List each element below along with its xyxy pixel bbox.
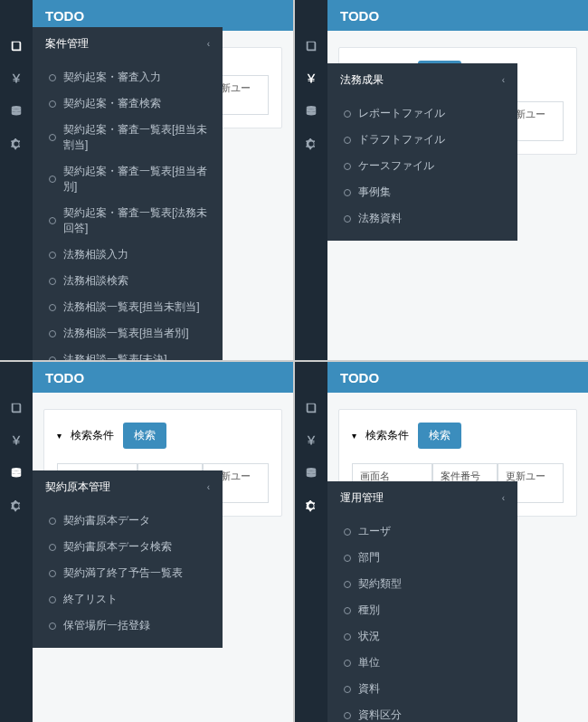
submenu: 案件管理‹契約起案・審査入力契約起案・審査検索契約起案・審査一覧表[担当未割当]… — [33, 27, 223, 360]
submenu-item-label: 事例集 — [358, 185, 391, 200]
gear-icon[interactable] — [10, 138, 23, 150]
sidebar-iconbar — [295, 0, 327, 360]
submenu-item[interactable]: 単位 — [327, 650, 517, 676]
database-icon[interactable] — [10, 105, 23, 118]
svg-point-2 — [12, 468, 22, 471]
submenu-item[interactable]: 法務相談一覧表[担当未割当] — [33, 294, 223, 320]
book-icon[interactable] — [305, 40, 318, 52]
submenu-title-label: 運用管理 — [340, 490, 384, 506]
submenu-title[interactable]: 契約原本管理‹ — [33, 470, 223, 504]
submenu-item-label: 契約満了終了予告一覧表 — [63, 565, 183, 581]
submenu-title-label: 案件管理 — [45, 36, 89, 52]
submenu-item-label: 法務相談入力 — [63, 247, 128, 262]
submenu-item[interactable]: 法務資料 — [327, 205, 517, 232]
database-icon[interactable] — [305, 467, 318, 480]
submenu-item[interactable]: 法務相談検索 — [33, 268, 223, 294]
submenu-item[interactable]: ケースファイル — [327, 153, 517, 179]
submenu-item[interactable]: 状況 — [327, 623, 517, 650]
submenu-list: 契約起案・審査入力契約起案・審査検索契約起案・審査一覧表[担当未割当]契約起案・… — [33, 61, 223, 360]
submenu-item-label: 終了リスト — [63, 592, 118, 607]
submenu-item-label: 契約起案・審査一覧表[法務未回答] — [63, 205, 210, 236]
submenu-item[interactable]: 契約書原本データ — [33, 508, 223, 534]
submenu-item[interactable]: ドラフトファイル — [327, 127, 517, 153]
gear-icon[interactable] — [305, 499, 318, 512]
chevron-down-icon[interactable]: ▾ — [57, 431, 62, 441]
yen-icon[interactable] — [305, 72, 318, 85]
yen-icon[interactable] — [10, 72, 23, 85]
submenu-item[interactable]: 契約起案・審査一覧表[担当者別] — [33, 158, 223, 200]
book-icon[interactable] — [305, 402, 318, 414]
submenu-item[interactable]: 契約類型 — [327, 571, 517, 597]
submenu-item[interactable]: 契約満了終了予告一覧表 — [33, 560, 223, 586]
submenu-list: 契約書原本データ契約書原本データ検索契約満了終了予告一覧表終了リスト保管場所一括… — [33, 504, 223, 648]
submenu-item-label: 単位 — [358, 655, 380, 670]
gear-icon[interactable] — [10, 499, 23, 512]
submenu-title-label: 契約原本管理 — [45, 480, 110, 495]
submenu-item[interactable]: 契約起案・審査検索 — [33, 90, 223, 117]
book-icon[interactable] — [10, 402, 23, 414]
database-icon[interactable] — [305, 105, 318, 118]
submenu-item[interactable]: 資料区分 — [327, 702, 517, 722]
submenu: 法務成果‹レポートファイルドラフトファイルケースファイル事例集法務資料 — [327, 63, 517, 241]
submenu-item[interactable]: 契約起案・審査一覧表[担当未割当] — [33, 117, 223, 158]
submenu-item-label: 法務相談一覧表[担当未割当] — [63, 299, 200, 315]
submenu-item[interactable]: ユーザ — [327, 518, 517, 545]
submenu-title[interactable]: 運用管理‹ — [327, 481, 517, 515]
search-button[interactable]: 検索 — [418, 423, 461, 449]
yen-icon[interactable] — [305, 434, 318, 447]
submenu: 契約原本管理‹契約書原本データ契約書原本データ検索契約満了終了予告一覧表終了リス… — [33, 470, 223, 648]
submenu-item[interactable]: 種別 — [327, 597, 517, 623]
submenu-item-label: 契約起案・審査検索 — [63, 96, 161, 111]
chevron-left-icon: ‹ — [207, 39, 210, 49]
submenu-item[interactable]: レポートファイル — [327, 100, 517, 127]
chevron-left-icon: ‹ — [207, 482, 210, 492]
submenu-title[interactable]: 法務成果‹ — [327, 63, 517, 97]
submenu-item-label: ユーザ — [358, 524, 391, 539]
sidebar-iconbar — [295, 362, 327, 722]
submenu-item[interactable]: 法務相談一覧表[担当者別] — [33, 320, 223, 347]
screenshot-panel: TODO▾検索条件検索画面名案件番号更新ユーザ法務成果‹レポートファイルドラフト… — [295, 0, 588, 360]
submenu-item[interactable]: 事例集 — [327, 179, 517, 205]
yen-icon[interactable] — [10, 434, 23, 447]
submenu-item[interactable]: 資料 — [327, 676, 517, 702]
submenu-item-label: 部門 — [358, 550, 380, 565]
submenu-item-label: 法務相談検索 — [63, 273, 128, 289]
page-header: TODO — [33, 362, 293, 393]
screenshot-panel: TODO▾検索条件検索画面名案件番号更新ユーザ運用管理‹ユーザ部門契約類型種別状… — [295, 362, 588, 722]
search-button[interactable]: 検索 — [123, 423, 166, 449]
search-label: 検索条件 — [365, 428, 409, 443]
submenu-item-label: 資料区分 — [358, 708, 402, 722]
submenu-item-label: 契約類型 — [358, 576, 402, 592]
svg-point-0 — [12, 106, 22, 109]
submenu-item[interactable]: 終了リスト — [33, 586, 223, 613]
chevron-left-icon: ‹ — [502, 493, 505, 503]
submenu-item[interactable]: 部門 — [327, 545, 517, 571]
submenu-item[interactable]: 法務相談一覧表[未決] — [33, 347, 223, 360]
sidebar-iconbar — [0, 0, 33, 360]
submenu-item-label: 種別 — [358, 603, 380, 618]
submenu-item-label: 資料 — [358, 681, 380, 697]
book-icon[interactable] — [10, 40, 23, 52]
submenu-item[interactable]: 法務相談入力 — [33, 242, 223, 268]
chevron-down-icon[interactable]: ▾ — [352, 431, 356, 441]
submenu-item-label: 契約書原本データ — [63, 513, 150, 528]
screenshot-panel: TODO▾検索条件検索画面名案件番号更新ユーザ契約原本管理‹契約書原本データ契約… — [0, 362, 293, 722]
submenu-item[interactable]: 保管場所一括登録 — [33, 613, 223, 639]
submenu-item-label: レポートファイル — [358, 106, 445, 121]
submenu-title-label: 法務成果 — [340, 72, 384, 88]
submenu-item-label: 保管場所一括登録 — [63, 618, 150, 633]
submenu-item-label: 契約起案・審査入力 — [63, 70, 161, 85]
submenu-item-label: 状況 — [358, 629, 380, 644]
submenu-item-label: 法務相談一覧表[担当者別] — [63, 326, 189, 341]
submenu-title[interactable]: 案件管理‹ — [33, 27, 223, 61]
gear-icon[interactable] — [305, 138, 318, 150]
submenu-item[interactable]: 契約書原本データ検索 — [33, 534, 223, 560]
database-icon[interactable] — [10, 467, 23, 480]
submenu-item[interactable]: 契約起案・審査一覧表[法務未回答] — [33, 200, 223, 242]
submenu-item[interactable]: 契約起案・審査入力 — [33, 64, 223, 90]
chevron-left-icon: ‹ — [502, 75, 505, 85]
svg-point-3 — [307, 468, 317, 471]
submenu-item-label: 契約起案・審査一覧表[担当未割当] — [63, 122, 210, 153]
page-header: TODO — [327, 362, 588, 393]
submenu-item-label: 契約起案・審査一覧表[担当者別] — [63, 164, 210, 195]
